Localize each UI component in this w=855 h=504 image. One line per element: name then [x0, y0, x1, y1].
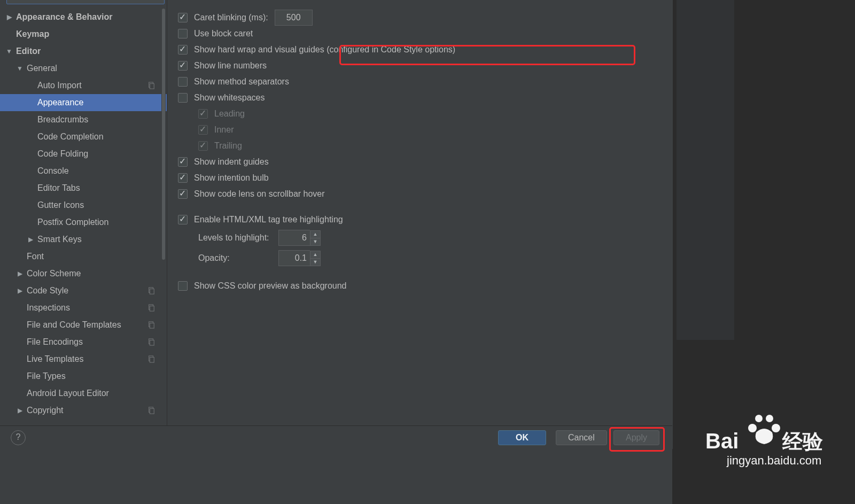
tree-item-label: Postfix Completion: [37, 218, 108, 227]
tree-item-general[interactable]: General: [0, 60, 167, 77]
show-intention-bulb-row: Show intention bulb: [178, 170, 673, 186]
use-block-caret-row: Use block caret: [178, 26, 673, 42]
settings-main-panel: Caret blinking (ms): Use block caret Sho…: [167, 0, 673, 449]
cancel-button[interactable]: Cancel: [556, 430, 607, 445]
show-code-lens-label: Show code lens on scrollbar hover: [194, 189, 325, 199]
ws-inner-checkbox: [198, 125, 208, 135]
ok-button[interactable]: OK: [498, 430, 546, 445]
show-css-preview-label: Show CSS color preview as background: [194, 281, 346, 291]
chevron-right-icon[interactable]: [16, 407, 24, 414]
chevron-down-icon[interactable]: ▼: [310, 259, 320, 266]
levels-input[interactable]: [278, 230, 310, 246]
chevron-right-icon[interactable]: [16, 270, 24, 277]
show-hard-wrap-checkbox[interactable]: [178, 45, 188, 55]
tree-item-live-templates[interactable]: Live Templates: [0, 351, 167, 368]
show-line-numbers-row: Show line numbers: [178, 58, 673, 74]
show-line-numbers-label: Show line numbers: [194, 61, 267, 71]
tree-item-copyright[interactable]: Copyright: [0, 402, 167, 419]
svg-rect-11: [150, 358, 154, 363]
tree-item-keymap[interactable]: Keymap: [0, 26, 167, 43]
svg-rect-13: [150, 409, 154, 414]
tree-item-label: Android Layout Editor: [27, 389, 109, 398]
tree-item-editor[interactable]: Editor: [0, 43, 167, 60]
tree-item-code-completion[interactable]: Code Completion: [0, 128, 167, 145]
sidebar-scrollbar-thumb[interactable]: [162, 9, 165, 260]
show-intention-bulb-checkbox[interactable]: [178, 173, 188, 183]
editor-background-panel: [677, 0, 734, 340]
tree-item-label: Copyright: [27, 406, 63, 415]
show-line-numbers-checkbox[interactable]: [178, 61, 188, 71]
enable-html-tree-row: Enable HTML/XML tag tree highlighting: [178, 212, 673, 228]
help-button[interactable]: ?: [11, 430, 26, 445]
tree-item-label: Smart Keys: [37, 235, 82, 244]
chevron-down-icon[interactable]: ▼: [310, 238, 320, 245]
enable-html-tree-label: Enable HTML/XML tag tree highlighting: [194, 215, 343, 224]
show-hard-wrap-label: Show hard wrap and visual guides (config…: [194, 45, 455, 55]
use-block-caret-checkbox[interactable]: [178, 29, 188, 38]
tree-item-font[interactable]: Font: [0, 248, 167, 265]
opacity-spinner[interactable]: ▲▼: [278, 250, 321, 266]
opacity-spinner-buttons[interactable]: ▲▼: [310, 251, 321, 266]
tree-item-inspections[interactable]: Inspections: [0, 299, 167, 316]
apply-button[interactable]: Apply: [613, 430, 659, 445]
tree-item-smart-keys[interactable]: Smart Keys: [0, 231, 167, 248]
show-method-separators-checkbox[interactable]: [178, 77, 188, 87]
ws-trailing-label: Trailing: [214, 141, 242, 151]
opacity-input[interactable]: [278, 250, 310, 266]
tree-item-appearance[interactable]: Appearance: [0, 94, 167, 111]
show-code-lens-checkbox[interactable]: [178, 189, 188, 199]
svg-rect-5: [150, 306, 154, 312]
show-whitespaces-label: Show whitespaces: [194, 93, 265, 103]
show-indent-guides-label: Show indent guides: [194, 157, 269, 167]
tree-item-file-types[interactable]: File Types: [0, 368, 167, 385]
tree-item-label: File Encodings: [27, 337, 83, 347]
copy-scope-icon: [147, 304, 155, 312]
settings-sidebar: Appearance & BehaviorKeymapEditorGeneral…: [0, 0, 167, 449]
show-whitespaces-checkbox[interactable]: [178, 93, 188, 103]
enable-html-tree-checkbox[interactable]: [178, 215, 188, 224]
tree-item-color-scheme[interactable]: Color Scheme: [0, 265, 167, 282]
tree-item-label: Keymap: [16, 29, 49, 39]
tree-item-file-and-code-templates[interactable]: File and Code Templates: [0, 316, 167, 334]
ws-leading-label: Leading: [214, 109, 245, 119]
tree-item-label: Font: [27, 252, 44, 261]
tree-item-android-layout-editor[interactable]: Android Layout Editor: [0, 385, 167, 402]
tree-item-appearance-behavior[interactable]: Appearance & Behavior: [0, 9, 167, 26]
tree-item-code-folding[interactable]: Code Folding: [0, 145, 167, 162]
tree-item-label: General: [27, 64, 57, 73]
chevron-down-icon[interactable]: [5, 48, 13, 55]
ws-leading-row: Leading: [198, 106, 673, 122]
settings-search-input[interactable]: [6, 0, 165, 4]
svg-rect-7: [150, 323, 154, 329]
tree-item-label: Editor Tabs: [37, 183, 80, 193]
chevron-down-icon[interactable]: [16, 65, 24, 72]
copy-scope-icon: [147, 287, 155, 294]
sidebar-scrollbar[interactable]: [161, 9, 166, 420]
tree-item-label: Appearance & Behavior: [16, 12, 113, 22]
chevron-right-icon[interactable]: [16, 287, 24, 294]
levels-spinner[interactable]: ▲▼: [278, 230, 321, 246]
tree-item-gutter-icons[interactable]: Gutter Icons: [0, 197, 167, 214]
chevron-up-icon[interactable]: ▲: [310, 251, 320, 259]
tree-item-file-encodings[interactable]: File Encodings: [0, 334, 167, 351]
levels-row: Levels to highlight: ▲▼: [198, 228, 673, 248]
chevron-up-icon[interactable]: ▲: [310, 231, 320, 238]
tree-item-auto-import[interactable]: Auto Import: [0, 77, 167, 94]
show-indent-guides-checkbox[interactable]: [178, 157, 188, 167]
show-css-preview-checkbox[interactable]: [178, 281, 188, 291]
ws-inner-label: Inner: [214, 125, 234, 135]
chevron-right-icon[interactable]: [27, 236, 34, 243]
tree-item-breadcrumbs[interactable]: Breadcrumbs: [0, 111, 167, 128]
tree-item-console[interactable]: Console: [0, 162, 167, 180]
tree-item-code-style[interactable]: Code Style: [0, 282, 167, 299]
caret-blinking-checkbox[interactable]: [178, 13, 188, 22]
chevron-right-icon[interactable]: [5, 13, 13, 21]
opacity-label: Opacity:: [198, 253, 278, 263]
tree-item-editor-tabs[interactable]: Editor Tabs: [0, 180, 167, 197]
levels-spinner-buttons[interactable]: ▲▼: [310, 230, 321, 246]
tree-item-label: Editor: [16, 46, 41, 56]
tree-item-postfix-completion[interactable]: Postfix Completion: [0, 214, 167, 231]
caret-blinking-label: Caret blinking (ms):: [194, 13, 268, 22]
caret-blinking-input[interactable]: [275, 10, 313, 26]
tree-item-label: Live Templates: [27, 354, 83, 364]
